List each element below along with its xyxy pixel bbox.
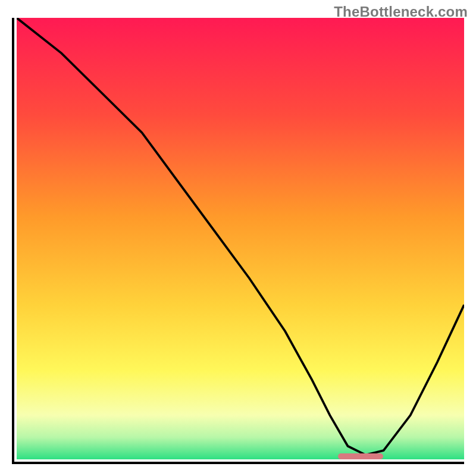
chart-container: TheBottleneck.com [0, 0, 476, 476]
bottleneck-curve-line [17, 18, 464, 455]
optimal-range-marker [338, 453, 383, 459]
curve-svg [17, 18, 464, 459]
watermark-text: TheBottleneck.com [334, 4, 468, 20]
plot-area [12, 18, 464, 464]
